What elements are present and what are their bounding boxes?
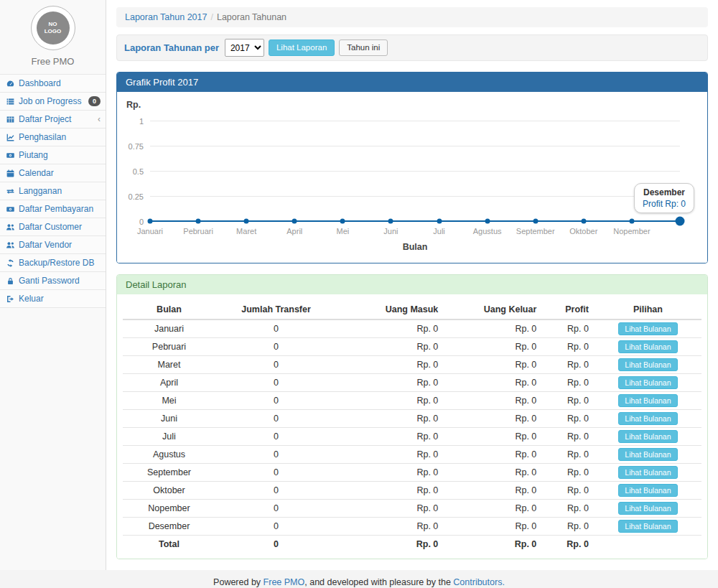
table-header-row: BulanJumlah TransferUang MasukUang Kelua… xyxy=(123,300,701,319)
table-row-juni: Juni0Rp. 0Rp. 0Rp. 0Lihat Bulanan xyxy=(123,410,701,428)
sidebar-item-calendar[interactable]: Calendar xyxy=(0,164,106,182)
x-axis-title: Bulan xyxy=(403,242,428,252)
view-month-button-maret[interactable]: Lihat Bulanan xyxy=(618,358,677,371)
sidebar-item-label: Backup/Restore DB xyxy=(19,258,94,268)
breadcrumb-parent-link[interactable]: Laporan Tahun 2017 xyxy=(125,12,207,22)
profit-chart: Rp. Bulan Desember Profit Rp: 0 10.750.5… xyxy=(117,92,707,263)
view-month-button-agustus[interactable]: Lihat Bulanan xyxy=(618,448,677,461)
data-point-maret[interactable] xyxy=(244,219,249,224)
sidebar-item-label: Daftar Pembayaran xyxy=(19,204,93,214)
cell-jumlah_transfer: 0 xyxy=(215,500,337,518)
cell-jumlah_transfer: 0 xyxy=(215,446,337,464)
cell-bulan: Maret xyxy=(123,356,215,374)
table-row-maret: Maret0Rp. 0Rp. 0Rp. 0Lihat Bulanan xyxy=(123,356,701,374)
data-point-agustus[interactable] xyxy=(485,219,490,224)
cell-bulan: Mei xyxy=(123,392,215,410)
x-tick-label: Mei xyxy=(336,227,349,235)
y-tick-label: 0 xyxy=(139,218,144,226)
data-point-september[interactable] xyxy=(533,219,538,224)
cell-profit: Rp. 0 xyxy=(542,500,595,518)
cell-uang_masuk: Rp. 0 xyxy=(337,374,444,392)
sidebar-item-job-on-progress[interactable]: Job on Progress0 xyxy=(0,93,106,111)
data-point-pebruari[interactable] xyxy=(196,219,201,224)
cell-pilihan: Lihat Bulanan xyxy=(595,338,701,356)
table-row-pebruari: Pebruari0Rp. 0Rp. 0Rp. 0Lihat Bulanan xyxy=(123,338,701,356)
cell-jumlah_transfer: 0 xyxy=(215,356,337,374)
view-month-button-juli[interactable]: Lihat Bulanan xyxy=(618,430,677,443)
view-month-button-nopember[interactable]: Lihat Bulanan xyxy=(618,502,677,515)
sidebar-item-dashboard[interactable]: Dashboard xyxy=(0,75,106,93)
breadcrumb-separator: / xyxy=(210,12,213,22)
refresh-icon xyxy=(5,258,15,268)
breadcrumb-current: Laporan Tahunan xyxy=(217,12,286,22)
data-point-januari[interactable] xyxy=(148,219,153,224)
view-month-button-desember[interactable]: Lihat Bulanan xyxy=(618,520,677,533)
sidebar-item-penghasilan[interactable]: Penghasilan xyxy=(0,129,106,146)
users-icon xyxy=(5,241,15,250)
cell-uang_masuk: Rp. 0 xyxy=(337,392,444,410)
data-point-april[interactable] xyxy=(292,219,297,224)
detail-report-panel: Detail Laporan BulanJumlah TransferUang … xyxy=(116,274,708,559)
cell-profit: Rp. 0 xyxy=(542,446,595,464)
cell-profit: Rp. 0 xyxy=(542,319,595,338)
sidebar-item-langganan[interactable]: Langganan xyxy=(0,182,106,200)
data-point-juni[interactable] xyxy=(388,219,393,224)
view-month-button-april[interactable]: Lihat Bulanan xyxy=(618,376,677,389)
data-point-juli[interactable] xyxy=(437,219,442,224)
cell-profit: Rp. 0 xyxy=(542,356,595,374)
sidebar-item-daftar-project[interactable]: Daftar Project‹ xyxy=(0,111,106,129)
view-month-button-pebruari[interactable]: Lihat Bulanan xyxy=(618,340,677,353)
cell-uang_keluar: Rp. 0 xyxy=(444,356,542,374)
tooltip-label: Desember xyxy=(643,187,686,197)
sidebar-item-backup-restore-db[interactable]: Backup/Restore DB xyxy=(0,254,106,272)
this-year-button[interactable]: Tahun ini xyxy=(339,39,388,57)
cell-bulan: Juli xyxy=(123,428,215,446)
sidebar-item-label: Daftar Project xyxy=(19,114,71,124)
sidebar-item-label: Daftar Vendor xyxy=(19,240,72,250)
cell-profit: Rp. 0 xyxy=(542,338,595,356)
sidebar-nav: DashboardJob on Progress0Daftar Project‹… xyxy=(0,74,106,308)
data-point-desember[interactable] xyxy=(676,217,685,226)
cell-pilihan: Lihat Bulanan xyxy=(595,500,701,518)
cell-jumlah_transfer: 0 xyxy=(215,374,337,392)
count-badge: 0 xyxy=(88,96,101,106)
cell-uang_masuk: Rp. 0 xyxy=(337,536,444,553)
view-month-button-september[interactable]: Lihat Bulanan xyxy=(618,466,677,479)
table-row-mei: Mei0Rp. 0Rp. 0Rp. 0Lihat Bulanan xyxy=(123,392,701,410)
cell-uang_masuk: Rp. 0 xyxy=(337,482,444,500)
footer-freepmo-link[interactable]: Free PMO xyxy=(264,577,305,587)
sidebar-item-daftar-customer[interactable]: Daftar Customer xyxy=(0,218,106,236)
year-select[interactable]: 2017 xyxy=(225,39,264,57)
cell-uang_keluar: Rp. 0 xyxy=(444,392,542,410)
view-month-button-oktober[interactable]: Lihat Bulanan xyxy=(618,484,677,497)
cell-pilihan: Lihat Bulanan xyxy=(595,482,701,500)
sidebar-item-label: Piutang xyxy=(19,150,48,160)
app-logo: NO LOGO xyxy=(31,6,75,50)
footer-contributors-link[interactable]: Contributors. xyxy=(453,577,505,587)
lock-icon xyxy=(5,276,15,286)
sidebar-item-keluar[interactable]: Keluar xyxy=(0,290,106,308)
view-month-button-januari[interactable]: Lihat Bulanan xyxy=(618,322,677,335)
y-tick-label: 1 xyxy=(139,117,144,126)
view-month-button-juni[interactable]: Lihat Bulanan xyxy=(618,412,677,425)
column-header-bulan: Bulan xyxy=(123,300,215,319)
footer: Powered by Free PMO, and developed with … xyxy=(0,570,718,588)
sidebar-item-piutang[interactable]: Piutang xyxy=(0,146,106,164)
tooltip-value: Profit Rp: 0 xyxy=(643,199,686,209)
sidebar-item-daftar-vendor[interactable]: Daftar Vendor xyxy=(0,236,106,254)
table-row-januari: Januari0Rp. 0Rp. 0Rp. 0Lihat Bulanan xyxy=(123,319,701,338)
sidebar-item-ganti-password[interactable]: Ganti Password xyxy=(0,272,106,290)
cell-pilihan: Lihat Bulanan xyxy=(595,518,701,536)
y-axis-title: Rp. xyxy=(126,100,141,110)
data-point-nopember[interactable] xyxy=(629,219,634,224)
data-point-oktober[interactable] xyxy=(581,219,586,224)
cell-bulan: Agustus xyxy=(123,446,215,464)
cell-pilihan: Lihat Bulanan xyxy=(595,410,701,428)
view-report-button[interactable]: Lihat Laporan xyxy=(269,39,335,57)
cell-uang_masuk: Rp. 0 xyxy=(337,500,444,518)
sidebar-item-daftar-pembayaran[interactable]: Daftar Pembayaran xyxy=(0,200,106,218)
data-point-mei[interactable] xyxy=(340,219,345,224)
dashboard-icon xyxy=(5,79,15,88)
view-month-button-mei[interactable]: Lihat Bulanan xyxy=(618,394,677,407)
cell-uang_keluar: Rp. 0 xyxy=(444,338,542,356)
